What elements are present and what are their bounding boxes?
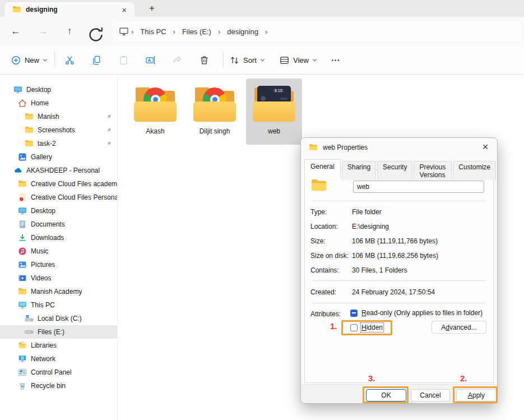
property-label: Contains: — [310, 266, 339, 274]
sidebar-item-label: task-2 — [38, 140, 56, 147]
sidebar-item-local-disk-c[interactable]: Local Disk (C:) — [0, 312, 117, 325]
sidebar-item-label: This PC — [31, 301, 55, 309]
toolbar-divider — [223, 52, 224, 68]
property-label: Location: — [310, 223, 338, 230]
sidebar-item-home[interactable]: Home — [0, 96, 117, 110]
command-toolbar: New Sort View — [0, 46, 524, 75]
sidebar-item-gallery[interactable]: Gallery — [0, 150, 117, 164]
cut-button[interactable] — [58, 51, 81, 70]
new-tab-button[interactable]: + — [145, 2, 159, 15]
view-button[interactable]: View — [278, 51, 318, 70]
explorer-tab[interactable]: designing × — [4, 2, 135, 17]
property-row-type: Type: File folder — [305, 208, 493, 218]
sidebar-item-libraries[interactable]: Libraries — [0, 339, 117, 352]
sidebar-item-creative-cloud-files-personal[interactable]: Creative Cloud Files Personal — [0, 191, 117, 204]
breadcrumb-files-e[interactable]: Files (E:) — [178, 26, 216, 38]
sidebar-item-downloads[interactable]: Downloads — [0, 231, 117, 244]
up-button[interactable]: ↑ — [59, 25, 80, 39]
sidebar-item-videos[interactable]: Videos — [0, 271, 117, 285]
sidebar-item-label: Control Panel — [31, 368, 72, 376]
sidebar-item-label: Recycle bin — [31, 382, 66, 390]
hidden-checkbox[interactable] — [350, 324, 358, 331]
paste-button[interactable] — [112, 51, 135, 70]
apply-button[interactable]: Apply — [456, 389, 497, 401]
forward-button[interactable]: → — [33, 25, 53, 39]
sidebar-item-files-e[interactable]: Files (E:) — [0, 325, 117, 339]
readonly-label: Read-only (Only applies to files in fold… — [361, 309, 483, 317]
sidebar-item-label: Creative Cloud Files academ — [31, 180, 117, 188]
see-more-button[interactable] — [325, 51, 345, 70]
sidebar-item-screenshots[interactable]: Screenshots — [0, 123, 117, 137]
property-row-size-on-disk: Size on disk: 106 MB (11,19,68,256 bytes… — [305, 252, 493, 262]
hidden-label: Hidden — [361, 324, 383, 331]
rename-button[interactable] — [139, 51, 161, 70]
tab-sharing[interactable]: Sharing — [342, 161, 376, 180]
annotation-number-2: 2. — [460, 373, 467, 383]
breadcrumb-this-pc[interactable]: This PC — [136, 26, 170, 38]
sidebar-item-manish-academy[interactable]: Manish Academy — [0, 285, 117, 298]
readonly-checkbox[interactable] — [350, 310, 358, 317]
file-name: Akash — [146, 127, 164, 135]
tab-previous-versions[interactable]: Previous Versions — [414, 161, 452, 180]
sidebar-item-pictures[interactable]: Pictures — [0, 258, 117, 271]
advanced-button[interactable]: Advanced... — [432, 321, 486, 334]
file-tile-web[interactable]: $ 15 web — [246, 79, 302, 145]
folder-name-input[interactable] — [353, 181, 484, 193]
share-button[interactable] — [166, 51, 188, 70]
file-tile-diljit-singh[interactable]: Diljit singh — [187, 79, 243, 145]
tab-close-icon[interactable]: × — [118, 5, 130, 15]
sidebar-item-this-pc[interactable]: This PC — [0, 298, 117, 312]
property-label: Size: — [310, 237, 326, 245]
documents-icon — [18, 220, 27, 229]
cancel-button[interactable]: Cancel — [411, 389, 450, 401]
dialog-close-icon[interactable]: × — [476, 138, 495, 156]
sidebar-item-creative-cloud-files-academ[interactable]: Creative Cloud Files academ — [0, 177, 117, 191]
chevron-down-icon — [43, 58, 48, 63]
tab-general[interactable]: General — [304, 159, 341, 178]
back-button[interactable]: ← — [6, 25, 26, 39]
this-pc-icon — [119, 27, 129, 36]
sort-button[interactable]: Sort — [228, 51, 267, 70]
sidebar-item-label: Screenshots — [38, 126, 75, 134]
new-button[interactable]: New — [8, 51, 50, 70]
disk-icon — [25, 327, 34, 336]
controlpanel-icon — [18, 368, 27, 377]
sidebar-item-task-2[interactable]: task-2 — [0, 137, 117, 150]
sidebar-item-label: Downloads — [31, 234, 64, 242]
folder-icon: $ 15 — [252, 86, 296, 122]
folder-icon — [18, 287, 27, 296]
sidebar-item-recycle-bin[interactable]: Recycle bin — [0, 379, 117, 393]
folder-icon — [18, 179, 27, 188]
breadcrumb-separator: › — [263, 27, 270, 36]
tab-title: designing — [26, 6, 118, 13]
properties-dialog: web Properties × General Sharing Securit… — [300, 137, 498, 404]
sidebar-item-label: Music — [31, 247, 48, 255]
sidebar-item-manish[interactable]: Manish — [0, 110, 117, 123]
refresh-button[interactable] — [86, 25, 106, 39]
desktop-icon — [18, 206, 27, 215]
property-row-location: Location: E:\designing — [305, 223, 493, 233]
folder-icon — [309, 143, 318, 152]
sidebar-item-control-panel[interactable]: Control Panel — [0, 366, 117, 379]
folder-icon — [309, 177, 328, 194]
sidebar-item-desktop[interactable]: Desktop — [0, 204, 117, 218]
ok-button[interactable]: OK — [366, 389, 406, 401]
address-bar[interactable]: › This PC › Files (E:) › designing › — [113, 21, 522, 41]
chevron-down-icon — [260, 58, 265, 63]
file-tile-akash[interactable]: Akash — [127, 79, 183, 145]
separator — [312, 201, 486, 201]
copy-button[interactable] — [85, 51, 108, 70]
sort-icon — [229, 55, 240, 66]
sidebar-item-network[interactable]: Network — [0, 352, 117, 366]
tab-security[interactable]: Security — [377, 161, 412, 180]
delete-icon — [199, 55, 210, 66]
sidebar-item-music[interactable]: Music — [0, 244, 117, 258]
sidebar-item-documents[interactable]: Documents — [0, 218, 117, 231]
breadcrumb-designing[interactable]: designing — [222, 26, 263, 38]
readonly-attribute: Read-only (Only applies to files in fold… — [350, 309, 483, 317]
sidebar-item-label: Desktop — [31, 207, 55, 215]
sidebar-item-desktop[interactable]: Desktop — [0, 83, 117, 96]
delete-button[interactable] — [193, 51, 215, 70]
sidebar-item-akashdeep-personal[interactable]: AKASHDEEP - Personal — [0, 164, 117, 177]
tab-customize[interactable]: Customize — [453, 161, 496, 180]
